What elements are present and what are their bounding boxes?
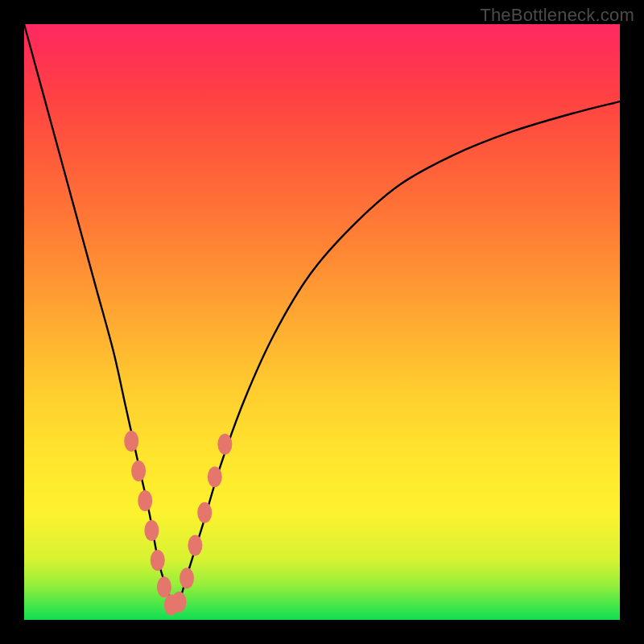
bead-marker (151, 550, 165, 571)
bead-marker (180, 568, 194, 588)
bead-marker (131, 460, 146, 481)
bead-marker (208, 466, 222, 487)
bead-marker (138, 490, 152, 511)
bead-marker (157, 576, 171, 597)
bead-marker (144, 520, 159, 541)
curve-svg (24, 24, 620, 620)
bead-marker (197, 502, 212, 523)
chart-frame: TheBottleneck.com (0, 0, 644, 644)
plot-area (24, 24, 620, 620)
bead-marker (124, 431, 138, 452)
watermark-text: TheBottleneck.com (480, 5, 634, 26)
bead-group (124, 431, 232, 616)
bottleneck-curve (24, 24, 620, 609)
bead-marker (171, 592, 186, 613)
bead-marker (217, 434, 232, 455)
bead-marker (188, 535, 202, 556)
